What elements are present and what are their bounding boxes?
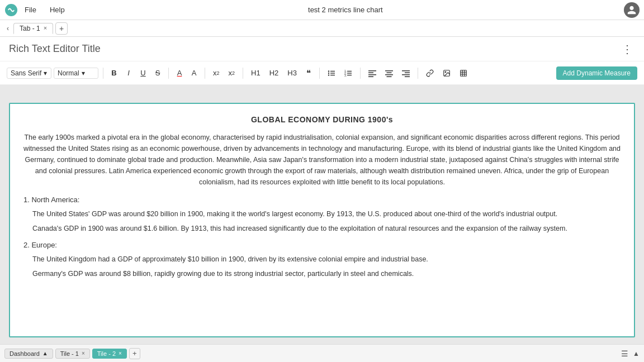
add-tab-button[interactable]: + xyxy=(55,22,68,35)
numbered-list-button[interactable]: 1.2.3. xyxy=(341,66,356,80)
section-1-heading: 1. North America: xyxy=(23,196,621,204)
svg-rect-18 xyxy=(386,72,391,73)
svg-point-26 xyxy=(445,72,446,73)
tabs-chevron-left[interactable]: ‹ xyxy=(4,23,11,34)
bottom-right-controls: ☰ ▲ xyxy=(619,348,640,359)
align-right-button[interactable] xyxy=(399,66,413,80)
bottom-tab-tile-2-close[interactable]: × xyxy=(119,350,122,356)
divider-6 xyxy=(360,68,361,79)
divider-5 xyxy=(319,68,320,79)
link-button[interactable] xyxy=(423,66,437,80)
svg-rect-10 xyxy=(347,73,352,73)
bottom-chevron-up[interactable]: ▲ xyxy=(633,348,640,359)
italic-button[interactable]: I xyxy=(122,66,135,80)
strikethrough-button[interactable]: S xyxy=(151,66,164,80)
h1-button[interactable]: H1 xyxy=(248,66,264,80)
svg-rect-2 xyxy=(330,70,335,71)
align-left-button[interactable] xyxy=(365,66,380,80)
bottom-tab-tile-2-label: Tile - 2 xyxy=(97,350,116,357)
section-1-bullet-2: Canada's GDP in 1900 was around $1.6 bil… xyxy=(32,223,621,234)
divider-7 xyxy=(418,68,418,79)
font-family-select[interactable]: Sans Serif ▾ xyxy=(7,68,51,79)
align-center-button[interactable] xyxy=(382,66,396,80)
svg-rect-6 xyxy=(330,74,335,75)
bottom-tab-dashboard[interactable]: Dashboard ▲ xyxy=(4,349,53,359)
bold-button[interactable]: B xyxy=(108,66,120,80)
tab-1-label: Tab - 1 xyxy=(20,25,40,32)
h3-button[interactable]: H3 xyxy=(284,66,300,80)
svg-rect-27 xyxy=(461,70,467,76)
editor-title: Rich Text Editor Title xyxy=(9,43,619,55)
section-2-heading: 2. Europe: xyxy=(23,241,621,249)
bottom-tab-tile-1-label: Tile - 1 xyxy=(60,350,79,357)
bottom-tab-tile-2[interactable]: Tile - 2 × xyxy=(92,349,127,359)
h2-button[interactable]: H2 xyxy=(266,66,282,80)
svg-rect-20 xyxy=(386,76,391,77)
add-tile-button[interactable]: + xyxy=(129,348,140,359)
bottom-menu-button[interactable]: ☰ xyxy=(619,348,631,359)
tab-1[interactable]: Tab - 1 × xyxy=(13,23,53,34)
font-color-button[interactable]: A xyxy=(173,66,186,80)
divider-4 xyxy=(243,68,243,79)
svg-rect-23 xyxy=(402,74,410,75)
bottom-tab-dashboard-chevron[interactable]: ▲ xyxy=(42,350,48,356)
divider-3 xyxy=(205,68,205,79)
section-2-bullet-1: The United Kingdom had a GDP of approxim… xyxy=(32,254,621,265)
svg-rect-12 xyxy=(347,74,352,75)
svg-point-1 xyxy=(328,70,329,72)
section-2-bullet-2: Germany's GDP was around $8 billion, rap… xyxy=(32,268,621,279)
document-title: GLOBAL ECONOMY DURING 1900's xyxy=(23,115,621,124)
blockquote-button[interactable]: ❝ xyxy=(302,66,315,80)
document-intro: The early 1900s marked a pivotal era in … xyxy=(23,132,621,188)
svg-point-5 xyxy=(328,74,329,75)
svg-rect-16 xyxy=(368,76,373,77)
underline-button[interactable]: U xyxy=(137,66,149,80)
svg-rect-15 xyxy=(368,74,376,75)
font-style-chevron: ▾ xyxy=(82,69,85,77)
svg-rect-17 xyxy=(385,70,393,72)
app-logo xyxy=(4,3,18,17)
svg-rect-4 xyxy=(330,73,335,73)
top-bar: File Help test 2 metrics line chart xyxy=(0,0,644,20)
bottom-tab-dashboard-label: Dashboard xyxy=(10,350,40,357)
superscript-button[interactable]: x2 xyxy=(210,66,223,80)
divider-2 xyxy=(168,68,169,79)
font-style-label: Normal xyxy=(58,69,79,77)
menu-bar: File Help xyxy=(22,4,67,15)
tab-1-close[interactable]: × xyxy=(44,25,47,31)
svg-rect-19 xyxy=(385,74,393,75)
divider-1 xyxy=(103,68,103,79)
window-title: test 2 metrics line chart xyxy=(67,6,624,14)
font-family-chevron: ▾ xyxy=(44,69,47,77)
font-family-label: Sans Serif xyxy=(11,69,41,77)
svg-rect-8 xyxy=(347,70,352,71)
editor-box[interactable]: GLOBAL ECONOMY DURING 1900's The early 1… xyxy=(9,103,635,337)
bottom-bar: Dashboard ▲ Tile - 1 × Tile - 2 × + ☰ ▲ xyxy=(0,344,644,362)
menu-help[interactable]: Help xyxy=(48,4,67,15)
svg-rect-21 xyxy=(402,70,410,72)
menu-file[interactable]: File xyxy=(22,4,39,15)
add-dynamic-measure-button[interactable]: Add Dynamic Measure xyxy=(556,66,637,80)
bottom-tab-tile-1[interactable]: Tile - 1 × xyxy=(55,349,90,359)
svg-rect-22 xyxy=(405,72,410,73)
bottom-tab-tile-1-close[interactable]: × xyxy=(82,350,85,356)
subscript-button[interactable]: x2 xyxy=(225,66,239,80)
editor-header: Rich Text Editor Title ⋮ xyxy=(0,37,644,61)
spacer xyxy=(0,85,644,96)
format-toolbar: Sans Serif ▾ Normal ▾ B I U S A A x2 x2 … xyxy=(0,61,644,85)
image-button[interactable] xyxy=(439,66,454,80)
user-avatar[interactable] xyxy=(624,2,640,18)
svg-point-3 xyxy=(328,72,329,73)
tab-bar: ‹ Tab - 1 × + xyxy=(0,20,644,37)
highlight-button[interactable]: A xyxy=(188,66,200,80)
svg-rect-24 xyxy=(405,76,410,77)
table-button[interactable] xyxy=(456,66,471,80)
section-1-bullet-1: The United States' GDP was around $20 bi… xyxy=(32,208,621,220)
svg-rect-13 xyxy=(368,70,376,72)
more-options-button[interactable]: ⋮ xyxy=(619,42,635,56)
bullet-list-button[interactable] xyxy=(324,66,339,80)
content-area: GLOBAL ECONOMY DURING 1900's The early 1… xyxy=(0,96,644,344)
svg-text:3.: 3. xyxy=(344,74,347,77)
font-style-select[interactable]: Normal ▾ xyxy=(54,68,98,79)
svg-rect-14 xyxy=(368,72,373,73)
